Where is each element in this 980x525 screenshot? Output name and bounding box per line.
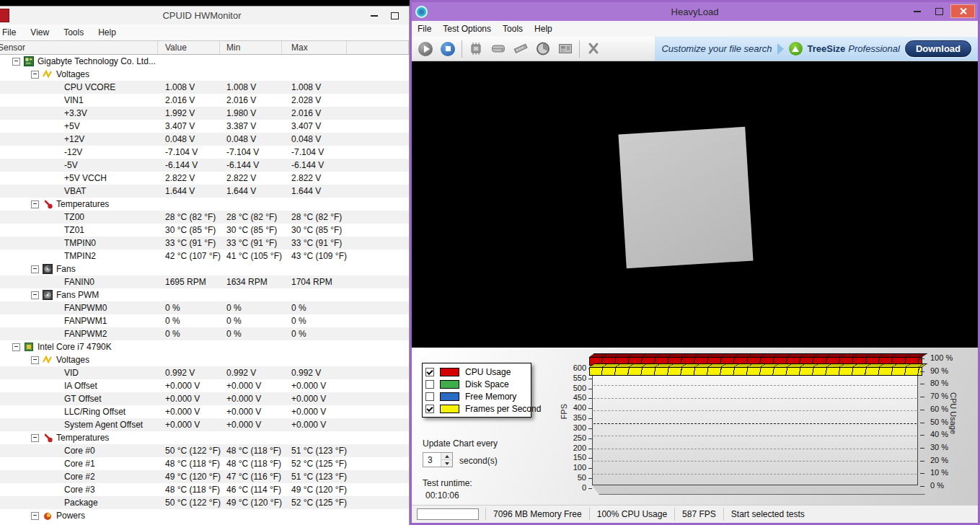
sensor-cell: +5V xyxy=(0,121,158,131)
table-row[interactable]: Fans xyxy=(0,262,409,275)
table-row[interactable]: Voltages xyxy=(0,353,409,366)
table-row[interactable]: Package50 °C (122 °F)49 °C (120 °F)52 °C… xyxy=(0,496,409,509)
table-row[interactable]: FANIN01695 RPM1634 RPM1704 RPM xyxy=(0,275,409,288)
expand-toggle[interactable] xyxy=(31,291,39,299)
max-cell: +0.000 V xyxy=(282,394,409,404)
table-row[interactable]: FANPWM10 %0 %0 % xyxy=(0,314,409,327)
expand-toggle[interactable] xyxy=(12,58,20,66)
table-row[interactable]: Core #050 °C (122 °F)48 °C (118 °F)51 °C… xyxy=(0,444,409,457)
sensor-cell: TZ01 xyxy=(0,225,158,235)
table-row[interactable]: LLC/Ring Offset+0.000 V+0.000 V+0.000 V xyxy=(0,405,409,418)
series-checkbox[interactable] xyxy=(425,405,434,413)
table-row[interactable]: Core #148 °C (118 °F)48 °C (118 °F)52 °C… xyxy=(0,457,409,470)
table-row[interactable]: IA Offset+0.000 V+0.000 V+0.000 V xyxy=(0,379,409,392)
expand-toggle[interactable] xyxy=(31,512,39,520)
hwmonitor-menubar: File View Tools Help xyxy=(0,25,409,40)
legend-item[interactable]: Free Memory xyxy=(425,390,528,402)
table-row[interactable]: Core #348 °C (118 °F)46 °C (114 °F)49 °C… xyxy=(0,483,409,496)
spin-up-button[interactable] xyxy=(441,453,452,460)
expand-toggle[interactable] xyxy=(31,200,39,208)
table-row[interactable]: -12V-7.104 V-7.104 V-7.104 V xyxy=(0,146,409,159)
legend-item[interactable]: Disk Space xyxy=(425,378,528,390)
menu-help[interactable]: Help xyxy=(529,24,558,34)
gridline xyxy=(593,461,917,462)
table-row[interactable]: TMPIN033 °C (91 °F)33 °C (91 °F)33 °C (9… xyxy=(0,237,409,250)
table-row[interactable]: GT Offset+0.000 V+0.000 V+0.000 V xyxy=(0,392,409,405)
treesize-ad-banner[interactable]: Customize your file search TreeSize Prof… xyxy=(655,37,978,61)
clock-button[interactable] xyxy=(534,40,552,58)
maximize-button[interactable] xyxy=(386,9,403,22)
expand-toggle[interactable] xyxy=(12,343,20,351)
ribbon-top-face xyxy=(589,363,927,367)
test-progress-bar xyxy=(417,508,479,520)
expand-toggle[interactable] xyxy=(31,356,39,364)
legend-item[interactable]: CPU Usage xyxy=(425,366,528,378)
table-row[interactable]: FANPWM00 %0 %0 % xyxy=(0,301,409,314)
menu-help[interactable]: Help xyxy=(91,27,123,38)
expand-toggle[interactable] xyxy=(31,434,39,442)
table-row[interactable]: VBAT1.644 V1.644 V1.644 V xyxy=(0,185,409,198)
expand-toggle[interactable] xyxy=(31,71,39,79)
table-row[interactable]: -5V-6.144 V-6.144 V-6.144 V xyxy=(0,159,409,172)
table-row[interactable]: VIN12.016 V2.016 V2.028 V xyxy=(0,94,409,107)
table-row[interactable]: TZ0130 °C (85 °F)30 °C (85 °F)30 °C (85 … xyxy=(0,224,409,237)
series-checkbox[interactable] xyxy=(425,392,434,401)
menu-view[interactable]: View xyxy=(23,27,56,38)
play-button[interactable] xyxy=(417,40,434,58)
disk-stress-button[interactable] xyxy=(490,40,507,58)
table-row[interactable]: Gigabyte Technology Co. Ltd... xyxy=(0,55,409,68)
sensor-cell: Core #1 xyxy=(0,459,158,469)
hwmonitor-titlebar[interactable]: CPUID HWMonitor xyxy=(0,6,409,25)
table-row[interactable]: +5V3.407 V3.387 V3.407 V xyxy=(0,120,409,133)
min-cell: +0.000 V xyxy=(220,407,282,417)
table-row[interactable]: Intel Core i7 4790K xyxy=(0,340,409,353)
menu-test-options[interactable]: Test Options xyxy=(437,24,497,34)
menu-file[interactable]: File xyxy=(412,24,437,34)
download-button[interactable]: Download xyxy=(905,40,971,57)
table-row[interactable]: Powers xyxy=(0,509,409,522)
settings-button[interactable] xyxy=(585,40,602,58)
series-checkbox[interactable] xyxy=(425,368,434,376)
table-row[interactable]: Voltages xyxy=(0,68,409,81)
menu-file[interactable]: File xyxy=(0,27,23,38)
gpu-stress-button[interactable] xyxy=(557,40,574,58)
menu-tools[interactable]: Tools xyxy=(497,24,529,34)
close-button[interactable] xyxy=(950,4,975,18)
column-header-value[interactable]: Value xyxy=(158,41,220,54)
spin-down-button[interactable] xyxy=(441,460,452,467)
table-row[interactable]: Core #249 °C (120 °F)47 °C (116 °F)51 °C… xyxy=(0,470,409,483)
sensor-cell: Core #3 xyxy=(0,485,158,495)
table-row[interactable]: VID0.992 V0.992 V0.992 V xyxy=(0,366,409,379)
table-row[interactable]: FANPWM20 %0 %0 % xyxy=(0,327,409,340)
table-row[interactable]: +12V0.048 V0.048 V0.048 V xyxy=(0,133,409,146)
stop-button[interactable] xyxy=(439,40,456,58)
column-header-sensor[interactable]: Sensor xyxy=(0,41,158,54)
column-header-min[interactable]: Min xyxy=(220,41,282,54)
memory-stress-button[interactable] xyxy=(512,40,529,58)
minimize-button[interactable] xyxy=(366,9,383,22)
sensor-cell: CPU VCORE xyxy=(0,82,158,92)
expand-toggle[interactable] xyxy=(31,265,39,273)
table-row[interactable]: Fans PWM xyxy=(0,288,409,301)
column-header-max[interactable]: Max xyxy=(282,41,347,54)
cpu-stress-button[interactable] xyxy=(467,40,485,58)
update-interval-spinner[interactable]: 3 xyxy=(423,452,453,467)
table-row[interactable]: +3.3V1.992 V1.980 V2.016 V xyxy=(0,107,409,120)
max-cell: 0 % xyxy=(282,316,409,326)
minimize-button[interactable] xyxy=(907,4,927,18)
table-row[interactable]: TZ0028 °C (82 °F)28 °C (82 °F)28 °C (82 … xyxy=(0,211,409,224)
legend-item[interactable]: Frames per Second xyxy=(425,402,528,415)
maximize-button[interactable] xyxy=(929,4,949,18)
update-interval-value[interactable]: 3 xyxy=(423,453,441,467)
table-row[interactable]: +5V VCCH2.822 V2.822 V2.822 V xyxy=(0,172,409,185)
table-row[interactable]: Temperatures xyxy=(0,198,409,211)
table-row[interactable]: CPU VCORE1.008 V1.008 V1.008 V xyxy=(0,81,409,94)
toolbar-group xyxy=(462,40,579,58)
table-row[interactable]: TMPIN242 °C (107 °F)41 °C (105 °F)43 °C … xyxy=(0,250,409,262)
table-row[interactable]: System Agent Offset+0.000 V+0.000 V+0.00… xyxy=(0,418,409,431)
sensor-label: Temperatures xyxy=(56,199,109,209)
table-row[interactable]: Temperatures xyxy=(0,431,409,444)
heavyload-titlebar[interactable]: HeavyLoad xyxy=(412,2,978,21)
series-checkbox[interactable] xyxy=(425,380,434,389)
menu-tools[interactable]: Tools xyxy=(56,27,91,38)
